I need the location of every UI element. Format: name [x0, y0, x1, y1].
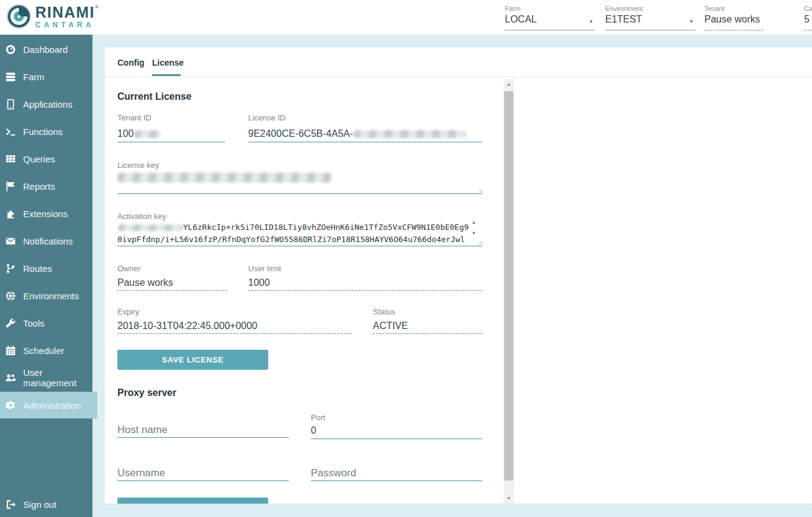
- sidebar-item-label: Reports: [23, 181, 55, 192]
- table-grid-icon: [5, 154, 16, 164]
- logo-subtitle: CANTARA: [35, 21, 99, 29]
- truncated-label: Ca: [804, 5, 812, 12]
- current-license-heading: Current License: [117, 91, 192, 102]
- sidebar-item-label: Farm: [23, 72, 44, 82]
- port-label: Port: [311, 413, 325, 422]
- sidebar-item-applications[interactable]: Applications: [0, 91, 92, 117]
- sidebar-item-label: Applications: [23, 99, 72, 109]
- redacted-value: [117, 224, 183, 231]
- resize-handle[interactable]: [477, 240, 482, 245]
- active-tab-indicator: [152, 74, 181, 76]
- save-proxy-button[interactable]: SAVE PROXY: [117, 498, 268, 504]
- sidebar-item-farm[interactable]: Farm: [0, 63, 92, 90]
- resize-handle[interactable]: [477, 187, 482, 193]
- activation-key-textarea[interactable]: YL6zRkcIp+rkSi70LID18LTiy8vhZOeHnK6iNe1T…: [117, 223, 469, 232]
- sidebar-nav: Dashboard Farm Applications Functions Qu…: [0, 35, 92, 517]
- sidebar-item-label: Extensions: [23, 209, 68, 219]
- calendar-icon: [5, 345, 16, 356]
- sidebar-item-label: Functions: [23, 127, 63, 137]
- sidebar-item-dashboard[interactable]: Dashboard: [0, 36, 92, 63]
- sidebar-item-label: Tools: [23, 318, 44, 328]
- tenant-id-label: Tenant ID: [117, 113, 151, 122]
- sidebar-item-routes[interactable]: Routes: [0, 255, 92, 282]
- sidebar-item-tools[interactable]: Tools: [0, 310, 92, 336]
- sidebar-item-functions[interactable]: Functions: [0, 118, 92, 145]
- sidebar-item-label: Queries: [23, 154, 55, 164]
- chevron-down-icon[interactable]: ▾: [690, 18, 693, 24]
- truncated-value[interactable]: 5: [804, 14, 812, 25]
- tab-config[interactable]: Config: [117, 58, 144, 68]
- sidebar-item-scheduler[interactable]: Scheduler: [0, 337, 92, 364]
- sidebar-item-queries[interactable]: Queries: [0, 145, 92, 172]
- gear-icon: [5, 400, 16, 411]
- host-name-input[interactable]: Host name: [117, 424, 167, 436]
- farm-label: Farm: [505, 5, 595, 12]
- sidebar-item-label: Routes: [23, 263, 52, 274]
- expiry-value: 2018-10-31T04:22:45.000+0000: [117, 321, 257, 331]
- tablet-icon: [5, 99, 16, 109]
- scrollbar-down-icon[interactable]: ▼: [504, 493, 514, 504]
- save-license-button[interactable]: SAVE LICENSE: [117, 350, 268, 370]
- sidebar-item-environments[interactable]: Environments: [0, 282, 92, 309]
- expiry-label: Expiry: [117, 307, 139, 316]
- redacted-value: [134, 130, 161, 138]
- sidebar-item-label: Sign out: [23, 499, 57, 510]
- code-branch-icon: [5, 263, 16, 274]
- users-icon: [5, 373, 16, 383]
- activation-key-label: Activation key: [117, 212, 166, 221]
- dashboard-icon: [5, 44, 16, 55]
- wrench-icon: [5, 318, 16, 328]
- app-logo: RINAMI® CANTARA: [6, 4, 99, 29]
- globe-icon: [5, 291, 16, 301]
- logo-title: RINAMI: [35, 4, 95, 21]
- truncated-field[interactable]: Ca 5: [804, 5, 812, 30]
- tab-bar: Config License: [105, 47, 812, 77]
- tab-license[interactable]: License: [152, 58, 184, 68]
- vertical-scrollbar[interactable]: ▲ ▼: [504, 79, 514, 504]
- server-icon: [5, 72, 16, 82]
- environment-label: Environment: [605, 5, 695, 12]
- content-card: Config License Current License Tenant ID…: [105, 47, 812, 504]
- sidebar-item-label: Dashboard: [23, 44, 68, 55]
- sidebar-item-label: Administration: [23, 400, 81, 411]
- sidebar-item-sign-out[interactable]: Sign out: [0, 491, 92, 517]
- rinami-logo-icon: [6, 4, 32, 29]
- terminal-icon: [5, 127, 16, 137]
- proxy-server-heading: Proxy server: [117, 387, 176, 398]
- environment-value[interactable]: E1TEST: [605, 14, 695, 25]
- activation-key-line2[interactable]: 0ivpFfdnp/i+L56v16fzP/RfnDqYofG2fWO5586D…: [117, 235, 469, 244]
- flag-icon: [5, 181, 16, 192]
- redacted-value: [353, 130, 466, 138]
- tenant-id-input[interactable]: 100: [117, 128, 161, 139]
- environment-select[interactable]: Environment E1TEST ▾: [605, 5, 695, 30]
- tenant-label: Tenant: [704, 5, 763, 12]
- license-key-textarea[interactable]: [117, 173, 331, 184]
- scrollbar-thumb[interactable]: [504, 91, 513, 481]
- farm-select[interactable]: Farm LOCAL ▾: [505, 5, 595, 30]
- sidebar-item-label: User management: [23, 367, 92, 388]
- farm-value[interactable]: LOCAL: [505, 14, 595, 25]
- username-input[interactable]: Username: [117, 467, 165, 479]
- password-input[interactable]: Password: [311, 467, 356, 479]
- status-value: ACTIVE: [373, 321, 408, 331]
- sidebar-item-notifications[interactable]: Notifications: [0, 227, 92, 254]
- tenant-field[interactable]: Tenant Pause works: [704, 5, 763, 30]
- sidebar-item-label: Scheduler: [23, 345, 64, 356]
- chevron-down-icon[interactable]: ▾: [589, 18, 592, 24]
- port-input[interactable]: 0: [311, 425, 316, 436]
- user-limit-value: 1000: [248, 277, 270, 288]
- puzzle-icon: [5, 209, 16, 219]
- sidebar-item-reports[interactable]: Reports: [0, 173, 92, 200]
- sidebar-item-user-management[interactable]: User management: [0, 364, 92, 391]
- tenant-value[interactable]: Pause works: [704, 14, 763, 25]
- license-id-input[interactable]: 9E2400CE-6C5B-4A5A-: [248, 128, 466, 139]
- sidebar-item-administration[interactable]: Administration: [0, 392, 97, 418]
- status-label: Status: [373, 307, 395, 316]
- scroll-up-icon[interactable]: ▲: [471, 220, 476, 225]
- owner-label: Owner: [117, 264, 141, 273]
- envelope-icon: [5, 236, 16, 246]
- scrollbar-up-icon[interactable]: ▲: [504, 79, 514, 89]
- scroll-down-icon[interactable]: ▼: [471, 231, 476, 236]
- sidebar-item-extensions[interactable]: Extensions: [0, 200, 92, 227]
- sidebar-item-label: Environments: [23, 291, 79, 301]
